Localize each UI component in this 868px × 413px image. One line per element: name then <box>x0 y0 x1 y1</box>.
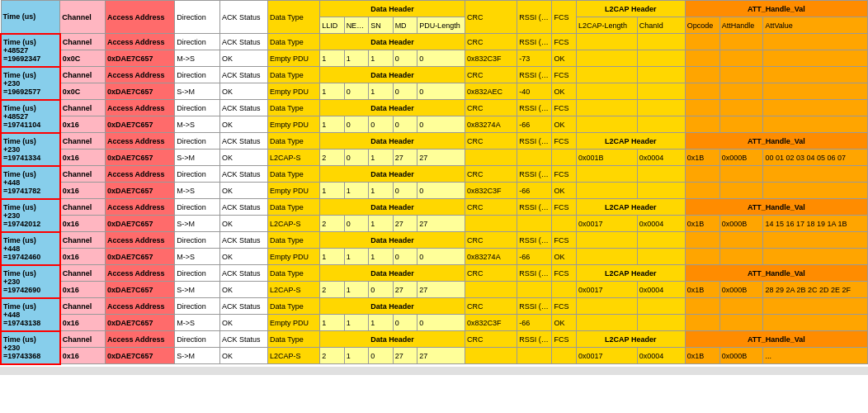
pdu-value: 27 <box>417 150 465 166</box>
l2cap-chan-subheader: ChanId <box>637 17 685 34</box>
access-col-header: Access Address <box>105 1 174 34</box>
att-attvalue-value: 00 01 02 03 04 05 06 07 <box>763 150 868 166</box>
l2cap-chan-value <box>637 315 685 331</box>
l2cap-len-subheader: L2CAP-Length <box>576 17 637 34</box>
att-handle-value <box>719 116 763 133</box>
sn-subheader: SN <box>369 17 394 34</box>
pdu-value: 0 <box>417 315 465 331</box>
direction-label: Direction <box>175 199 220 216</box>
l2cap-span: L2CAP Header <box>576 331 685 348</box>
pdu-value: 0 <box>417 249 465 265</box>
fcs-label: FCS <box>552 100 577 116</box>
channel-label: Channel <box>60 331 106 348</box>
fcs-label: FCS <box>552 67 577 83</box>
time-cell: Time (us)+448=19742460 <box>1 232 60 265</box>
channel-label: Channel <box>60 199 106 216</box>
att-span: ATT_Handle_Val <box>685 265 867 282</box>
llid-value: 1 <box>320 83 345 100</box>
l2cap-len-value <box>576 83 637 100</box>
fcs-value <box>552 216 577 232</box>
att-opcode-value <box>685 183 719 199</box>
fcs-value <box>552 150 577 166</box>
direction-value: M->S <box>175 50 220 67</box>
channel-label: Channel <box>60 133 106 150</box>
channel-label: Channel <box>60 100 106 116</box>
l2cap-chan-value <box>637 50 685 67</box>
datatype-label: Data Type <box>267 34 319 50</box>
rssi-value: -66 <box>517 116 552 133</box>
access-label: Access Address <box>105 166 174 183</box>
rssi-value <box>517 348 552 364</box>
rssi-value: -66 <box>517 315 552 331</box>
ack-label: ACK Status <box>219 166 267 183</box>
datatype-value: Empty PDU <box>267 116 319 133</box>
direction-value: M->S <box>175 183 220 199</box>
horizontal-scrollbar[interactable] <box>0 367 868 375</box>
data-header-group: Data Header <box>320 1 465 17</box>
llid-value: 1 <box>320 116 345 133</box>
time-cell: Time (us)+230=19742012 <box>1 199 60 232</box>
l2cap-len-value <box>576 116 637 133</box>
channel-label: Channel <box>60 265 106 282</box>
crc-value: 0x832C3F <box>465 183 517 199</box>
nesn-value: 0 <box>344 116 369 133</box>
datatype-value: L2CAP-S <box>267 216 319 232</box>
rssi-label: RSSI (dBm) <box>517 298 552 315</box>
md-value: 27 <box>393 150 417 166</box>
ack-value: OK <box>219 183 267 199</box>
rssi-value: -40 <box>517 83 552 100</box>
datatype-label: Data Type <box>267 67 319 83</box>
fcs-value: OK <box>552 83 577 100</box>
llid-value: 2 <box>320 150 345 166</box>
access-label: Access Address <box>105 265 174 282</box>
ack-value: OK <box>219 83 267 100</box>
att-opcode-value: 0x1B <box>685 150 719 166</box>
att-opcode-value <box>685 249 719 265</box>
att-header-group: ATT_Handle_Val <box>685 1 867 17</box>
data-header-span: Data Header <box>320 100 465 116</box>
rssi-label: RSSI (dBm) <box>517 331 552 348</box>
datatype-col-header: Data Type <box>267 1 319 34</box>
direction-label: Direction <box>175 100 220 116</box>
rssi-label: RSSI (dBm) <box>517 232 552 249</box>
att-attvalue-value <box>763 315 868 331</box>
att-handle-value <box>719 315 763 331</box>
access-label: Access Address <box>105 34 174 50</box>
rssi-label: RSSI (dBm) <box>517 265 552 282</box>
sn-value: 1 <box>369 150 394 166</box>
datatype-value: L2CAP-S <box>267 150 319 166</box>
time-col-header: Time (us) <box>1 1 60 34</box>
direction-value: S->M <box>175 348 220 364</box>
att-opcode-value: 0x1B <box>685 348 719 364</box>
crc-value: 0x83274A <box>465 116 517 133</box>
sn-value: 0 <box>369 116 394 133</box>
rssi-value <box>517 282 552 298</box>
access-value: 0xDAE7C657 <box>105 216 174 232</box>
l2cap-chan-value: 0x0004 <box>637 216 685 232</box>
channel-label: Channel <box>60 232 106 249</box>
packet-data-row: 0x16 0xDAE7C657 M->S OK Empty PDU 1 1 1 … <box>1 315 868 331</box>
access-label: Access Address <box>105 133 174 150</box>
access-label: Access Address <box>105 67 174 83</box>
datatype-value: Empty PDU <box>267 83 319 100</box>
direction-col-header: Direction <box>175 1 220 34</box>
pdu-value: 0 <box>417 83 465 100</box>
crc-value: 0x83274A <box>465 249 517 265</box>
channel-label: Channel <box>60 34 106 50</box>
channel-value: 0x16 <box>60 216 106 232</box>
nesn-value: 1 <box>344 348 369 364</box>
nesn-subheader: NESN <box>344 17 369 34</box>
llid-value: 2 <box>320 282 345 298</box>
md-value: 0 <box>393 50 417 67</box>
md-value: 0 <box>393 116 417 133</box>
ack-value: OK <box>219 249 267 265</box>
fcs-label: FCS <box>552 298 577 315</box>
packet-table: Time (us) Channel Access Address Directi… <box>0 0 868 365</box>
ack-value: OK <box>219 150 267 166</box>
direction-value: S->M <box>175 83 220 100</box>
fcs-label: FCS <box>552 331 577 348</box>
ack-label: ACK Status <box>219 199 267 216</box>
channel-value: 0x0C <box>60 50 106 67</box>
time-cell: Time (us)+230=19692577 <box>1 67 60 100</box>
att-handle-value: 0x000B <box>719 216 763 232</box>
